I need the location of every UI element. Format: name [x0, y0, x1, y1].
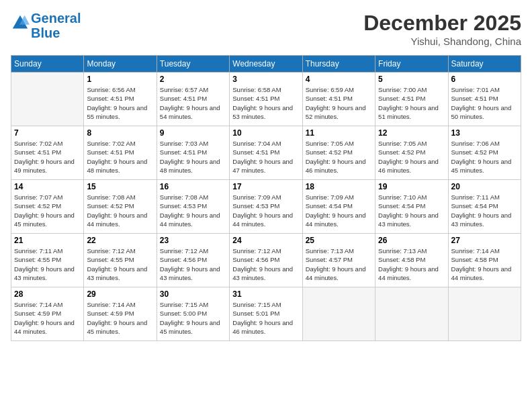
calendar-day-cell: 10 Sunrise: 7:04 AM Sunset: 4:51 PM Dayl…	[230, 126, 302, 180]
calendar-day-cell: 21 Sunrise: 7:11 AM Sunset: 4:55 PM Dayl…	[11, 234, 84, 287]
calendar-day-cell: 22 Sunrise: 7:12 AM Sunset: 4:55 PM Dayl…	[84, 234, 157, 287]
calendar-day-cell: 2 Sunrise: 6:57 AM Sunset: 4:51 PM Dayli…	[157, 73, 229, 126]
calendar-day-cell	[375, 287, 448, 341]
day-info: Sunrise: 7:11 AM Sunset: 4:54 PM Dayligh…	[451, 193, 518, 228]
day-info: Sunrise: 7:15 AM Sunset: 5:00 PM Dayligh…	[160, 300, 226, 336]
calendar-day-cell: 12 Sunrise: 7:05 AM Sunset: 4:52 PM Dayl…	[375, 126, 448, 180]
calendar-day-cell: 15 Sunrise: 7:08 AM Sunset: 4:52 PM Dayl…	[84, 180, 157, 234]
day-number: 4	[306, 75, 372, 84]
day-info: Sunrise: 7:02 AM Sunset: 4:51 PM Dayligh…	[14, 139, 81, 175]
calendar-day-cell: 13 Sunrise: 7:06 AM Sunset: 4:52 PM Dayl…	[448, 126, 521, 180]
day-info: Sunrise: 7:15 AM Sunset: 5:01 PM Dayligh…	[232, 300, 299, 336]
day-info: Sunrise: 7:14 AM Sunset: 4:59 PM Dayligh…	[87, 300, 153, 336]
day-number: 31	[232, 289, 299, 299]
day-info: Sunrise: 7:08 AM Sunset: 4:53 PM Dayligh…	[160, 193, 226, 228]
day-number: 14	[14, 182, 81, 191]
month-title: December 2025	[363, 11, 521, 36]
day-number: 1	[87, 75, 153, 84]
day-info: Sunrise: 7:11 AM Sunset: 4:55 PM Dayligh…	[14, 246, 81, 282]
day-info: Sunrise: 6:57 AM Sunset: 4:51 PM Dayligh…	[160, 85, 226, 121]
day-number: 13	[451, 128, 518, 138]
calendar-day-cell: 6 Sunrise: 7:01 AM Sunset: 4:51 PM Dayli…	[448, 73, 521, 126]
day-number: 6	[451, 75, 518, 84]
day-number: 17	[232, 182, 299, 191]
calendar-week-row: 1 Sunrise: 6:56 AM Sunset: 4:51 PM Dayli…	[11, 73, 521, 126]
day-number: 11	[306, 128, 372, 138]
day-info: Sunrise: 7:09 AM Sunset: 4:53 PM Dayligh…	[232, 193, 299, 228]
calendar-week-row: 14 Sunrise: 7:07 AM Sunset: 4:52 PM Dayl…	[11, 180, 521, 234]
day-info: Sunrise: 7:05 AM Sunset: 4:52 PM Dayligh…	[378, 139, 445, 175]
day-number: 20	[451, 182, 518, 191]
day-number: 7	[14, 128, 81, 138]
calendar-day-cell: 30 Sunrise: 7:15 AM Sunset: 5:00 PM Dayl…	[157, 287, 229, 341]
weekday-cell: Wednesday	[230, 56, 302, 73]
calendar-day-cell: 28 Sunrise: 7:14 AM Sunset: 4:59 PM Dayl…	[11, 287, 84, 341]
day-number: 3	[232, 75, 299, 84]
calendar-body: 1 Sunrise: 6:56 AM Sunset: 4:51 PM Dayli…	[11, 73, 521, 341]
day-number: 26	[378, 236, 445, 245]
weekday-cell: Friday	[375, 56, 448, 73]
day-info: Sunrise: 7:02 AM Sunset: 4:51 PM Dayligh…	[87, 139, 153, 175]
title-block: December 2025 Yishui, Shandong, China	[363, 11, 521, 47]
calendar-day-cell	[11, 73, 84, 126]
day-number: 29	[87, 289, 153, 299]
day-number: 25	[306, 236, 372, 245]
weekday-header-row: SundayMondayTuesdayWednesdayThursdayFrid…	[11, 56, 521, 73]
logo-icon	[11, 13, 30, 32]
day-number: 10	[232, 128, 299, 138]
calendar-day-cell: 11 Sunrise: 7:05 AM Sunset: 4:52 PM Dayl…	[302, 126, 375, 180]
day-number: 21	[14, 236, 81, 245]
calendar-day-cell	[448, 287, 521, 341]
calendar-day-cell: 27 Sunrise: 7:14 AM Sunset: 4:58 PM Dayl…	[448, 234, 521, 287]
weekday-cell: Tuesday	[157, 56, 229, 73]
day-number: 28	[14, 289, 81, 299]
day-info: Sunrise: 6:56 AM Sunset: 4:51 PM Dayligh…	[87, 85, 153, 121]
day-info: Sunrise: 6:59 AM Sunset: 4:51 PM Dayligh…	[306, 85, 372, 121]
calendar-day-cell: 26 Sunrise: 7:13 AM Sunset: 4:58 PM Dayl…	[375, 234, 448, 287]
day-number: 16	[160, 182, 226, 191]
day-number: 30	[160, 289, 226, 299]
day-number: 27	[451, 236, 518, 245]
day-info: Sunrise: 7:12 AM Sunset: 4:56 PM Dayligh…	[160, 246, 226, 282]
weekday-cell: Sunday	[11, 56, 84, 73]
calendar-day-cell	[302, 287, 375, 341]
day-info: Sunrise: 6:58 AM Sunset: 4:51 PM Dayligh…	[232, 85, 299, 121]
day-info: Sunrise: 7:01 AM Sunset: 4:51 PM Dayligh…	[451, 85, 518, 121]
day-number: 5	[378, 75, 445, 84]
day-info: Sunrise: 7:13 AM Sunset: 4:57 PM Dayligh…	[306, 246, 372, 282]
day-info: Sunrise: 7:10 AM Sunset: 4:54 PM Dayligh…	[378, 193, 445, 228]
calendar-day-cell: 14 Sunrise: 7:07 AM Sunset: 4:52 PM Dayl…	[11, 180, 84, 234]
calendar-week-row: 21 Sunrise: 7:11 AM Sunset: 4:55 PM Dayl…	[11, 234, 521, 287]
logo-text: GeneralBlue	[31, 11, 81, 40]
day-info: Sunrise: 7:08 AM Sunset: 4:52 PM Dayligh…	[87, 193, 153, 228]
day-info: Sunrise: 7:04 AM Sunset: 4:51 PM Dayligh…	[232, 139, 299, 175]
day-number: 22	[87, 236, 153, 245]
calendar-day-cell: 20 Sunrise: 7:11 AM Sunset: 4:54 PM Dayl…	[448, 180, 521, 234]
calendar-day-cell: 19 Sunrise: 7:10 AM Sunset: 4:54 PM Dayl…	[375, 180, 448, 234]
logo: GeneralBlue	[11, 11, 81, 40]
calendar-day-cell: 29 Sunrise: 7:14 AM Sunset: 4:59 PM Dayl…	[84, 287, 157, 341]
calendar-day-cell: 7 Sunrise: 7:02 AM Sunset: 4:51 PM Dayli…	[11, 126, 84, 180]
calendar-day-cell: 24 Sunrise: 7:12 AM Sunset: 4:56 PM Dayl…	[230, 234, 302, 287]
day-info: Sunrise: 7:00 AM Sunset: 4:51 PM Dayligh…	[378, 85, 445, 121]
calendar-day-cell: 5 Sunrise: 7:00 AM Sunset: 4:51 PM Dayli…	[375, 73, 448, 126]
calendar-day-cell: 16 Sunrise: 7:08 AM Sunset: 4:53 PM Dayl…	[157, 180, 229, 234]
location-subtitle: Yishui, Shandong, China	[363, 36, 521, 47]
day-info: Sunrise: 7:13 AM Sunset: 4:58 PM Dayligh…	[378, 246, 445, 282]
day-number: 15	[87, 182, 153, 191]
day-info: Sunrise: 7:06 AM Sunset: 4:52 PM Dayligh…	[451, 139, 518, 175]
weekday-cell: Thursday	[302, 56, 375, 73]
day-number: 23	[160, 236, 226, 245]
day-number: 9	[160, 128, 226, 138]
day-info: Sunrise: 7:03 AM Sunset: 4:51 PM Dayligh…	[160, 139, 226, 175]
day-info: Sunrise: 7:12 AM Sunset: 4:55 PM Dayligh…	[87, 246, 153, 282]
day-info: Sunrise: 7:07 AM Sunset: 4:52 PM Dayligh…	[14, 193, 81, 228]
calendar-day-cell: 25 Sunrise: 7:13 AM Sunset: 4:57 PM Dayl…	[302, 234, 375, 287]
day-info: Sunrise: 7:12 AM Sunset: 4:56 PM Dayligh…	[232, 246, 299, 282]
calendar-day-cell: 18 Sunrise: 7:09 AM Sunset: 4:54 PM Dayl…	[302, 180, 375, 234]
day-number: 2	[160, 75, 226, 84]
day-info: Sunrise: 7:09 AM Sunset: 4:54 PM Dayligh…	[306, 193, 372, 228]
day-number: 19	[378, 182, 445, 191]
calendar-week-row: 28 Sunrise: 7:14 AM Sunset: 4:59 PM Dayl…	[11, 287, 521, 341]
day-number: 18	[306, 182, 372, 191]
